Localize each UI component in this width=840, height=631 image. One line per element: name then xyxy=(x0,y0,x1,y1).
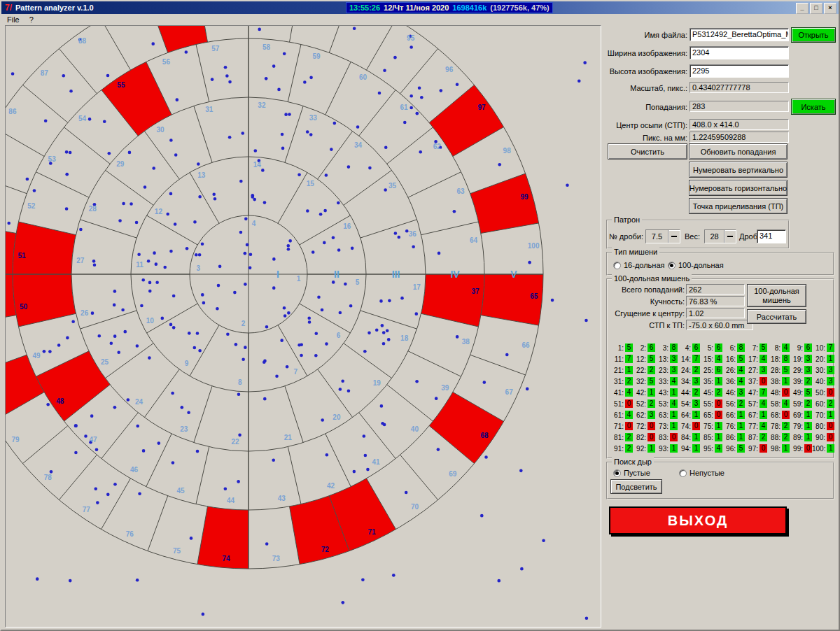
svg-text:26: 26 xyxy=(80,309,89,317)
menu-file[interactable]: File xyxy=(7,15,20,24)
radio-100-zone[interactable]: 100-дольная xyxy=(668,261,724,269)
filename-input[interactable]: P5312492_BerettaOptima_M_7p5 xyxy=(690,28,789,41)
app-window: 7/ Pattern analyzer v.1.0 13:55:26 12/Чт… xyxy=(0,0,840,631)
zone-cell-54: 54:3 xyxy=(678,399,700,408)
svg-text:58: 58 xyxy=(262,43,271,51)
zone-cell-22: 22:2 xyxy=(633,366,655,374)
svg-text:3: 3 xyxy=(197,264,201,272)
svg-text:98: 98 xyxy=(503,147,512,155)
zone-cell-88: 88:2 xyxy=(767,433,790,441)
clear-button[interactable]: Очистить xyxy=(608,143,687,159)
svg-text:64: 64 xyxy=(470,236,478,244)
zone-cell-20: 20:1 xyxy=(812,355,834,363)
accuracy-label: Кучность: xyxy=(605,297,685,306)
svg-text:68: 68 xyxy=(481,432,489,439)
svg-text:88: 88 xyxy=(78,37,87,45)
target-diagram[interactable]: 1234567891011121314151617181920212223242… xyxy=(6,26,601,626)
zone-cell-67: 67:1 xyxy=(745,411,767,419)
highlight-button[interactable]: Подсветить xyxy=(610,479,662,494)
zone-cell-36: 36:4 xyxy=(722,377,745,385)
svg-text:8: 8 xyxy=(238,378,242,386)
svg-text:36: 36 xyxy=(409,230,417,238)
zone-cell-14: 14:7 xyxy=(678,355,700,363)
radio-icon xyxy=(679,469,687,477)
zone-cell-4: 4:6 xyxy=(678,343,700,352)
empty-zone-90 xyxy=(148,26,207,52)
svg-text:43: 43 xyxy=(278,495,286,502)
svg-text:75: 75 xyxy=(173,547,181,555)
dropdown-icon[interactable] xyxy=(668,230,680,243)
zone-cell-16: 16:5 xyxy=(722,355,745,363)
svg-text:71: 71 xyxy=(368,528,377,536)
pixels-per-mm-label: Пикс. на мм: xyxy=(605,134,687,142)
zone-cell-30: 30:3 xyxy=(812,366,834,374)
minimize-button[interactable]: _ xyxy=(796,3,808,14)
hits-value: 283 xyxy=(690,101,789,112)
svg-text:96: 96 xyxy=(445,66,454,73)
svg-text:23: 23 xyxy=(180,425,188,433)
zone-cell-91: 91:2 xyxy=(610,444,633,453)
zone-cell-70: 70:1 xyxy=(812,411,834,419)
zone-cell-62: 62:3 xyxy=(633,411,655,419)
zone-cell-66: 66:1 xyxy=(722,411,745,419)
image-height-input[interactable]: 2295 xyxy=(690,64,789,78)
zone-cell-77: 77:4 xyxy=(745,422,767,430)
svg-text:19: 19 xyxy=(373,379,382,387)
pixels-per-mm-value: 1.22459509288 xyxy=(690,132,789,143)
svg-text:57: 57 xyxy=(211,45,220,52)
stp-to-tp-value: -75.0 x 60.0 mm xyxy=(686,320,753,330)
menu-bar: File ? xyxy=(1,14,839,25)
cartridge-group-title: Патрон xyxy=(612,215,642,224)
shot-number-combo[interactable]: 7.5 xyxy=(645,229,680,243)
zone-cell-12: 12:5 xyxy=(633,355,655,363)
number-horizontal-button[interactable]: Нумеровать горизонтально xyxy=(689,180,788,196)
zone-cell-41: 41:4 xyxy=(610,388,633,397)
pellets-input[interactable]: 341 xyxy=(757,229,786,243)
zone-cell-83: 83:0 xyxy=(655,433,678,441)
clock-memory-extra: (1927756k, 47%) xyxy=(490,3,549,12)
zone-cell-7: 7:5 xyxy=(745,343,767,352)
update-hits-button[interactable]: Обновить попадания xyxy=(689,143,788,159)
svg-text:95: 95 xyxy=(407,34,415,42)
svg-text:45: 45 xyxy=(176,487,185,495)
empty-zone-55 xyxy=(102,62,172,136)
radio-empty-zones[interactable]: Пустые xyxy=(613,469,650,477)
svg-text:41: 41 xyxy=(372,458,381,466)
zone-cell-23: 23:3 xyxy=(655,366,678,374)
close-button[interactable]: × xyxy=(824,3,836,14)
svg-text:60: 60 xyxy=(359,73,368,81)
exit-button[interactable]: ВЫХОД xyxy=(609,506,787,534)
search-button[interactable]: Искать xyxy=(791,99,836,115)
empty-zone-80 xyxy=(6,355,44,421)
radio-nonempty-zones[interactable]: Непустые xyxy=(679,469,724,477)
zone-cell-57: 57:4 xyxy=(745,399,767,408)
hits-label: Попадания: xyxy=(605,103,687,111)
number-vertical-button[interactable]: Нумеровать вертикально xyxy=(689,162,788,178)
zone-cell-99: 99:0 xyxy=(790,444,812,453)
hundred-target-button[interactable]: 100-дольная мишень xyxy=(747,284,806,307)
weight-combo[interactable]: 28 xyxy=(704,229,736,243)
image-width-input[interactable]: 2304 xyxy=(690,46,789,59)
aim-point-button[interactable]: Точка прицеливания (ТП) xyxy=(689,198,788,214)
maximize-button[interactable]: □ xyxy=(810,3,822,14)
menu-help[interactable]: ? xyxy=(29,15,34,24)
zone-cell-48: 48:0 xyxy=(767,388,790,397)
target-panel[interactable]: 1234567891011121314151617181920212223242… xyxy=(5,25,601,628)
zone-cell-87: 87:2 xyxy=(745,433,767,441)
zone-cell-93: 93:1 xyxy=(655,444,678,453)
zone-cell-11: 11:7 xyxy=(610,355,633,363)
open-button[interactable]: Открыть xyxy=(791,27,836,43)
zone-cell-44: 44:2 xyxy=(678,388,700,397)
zone-cell-55: 55:0 xyxy=(700,399,722,408)
zone-table-row: 61:462:363:164:165:066:167:168:069:170:1 xyxy=(610,409,836,420)
zone-cell-10: 10:7 xyxy=(812,343,834,352)
dropdown-icon[interactable] xyxy=(724,230,736,243)
empty-zone-37 xyxy=(421,274,484,327)
zone-cell-75: 75:1 xyxy=(700,422,722,430)
calculate-button[interactable]: Рассчитать xyxy=(747,309,806,324)
svg-text:59: 59 xyxy=(312,52,321,60)
hundred-zone-group-title: 100-дольная мишень xyxy=(612,274,692,283)
zone-cell-1: 1:5 xyxy=(610,343,633,352)
zone-table-row: 51:052:253:454:355:056:257:458:459:260:2 xyxy=(610,398,836,409)
radio-16-zone[interactable]: 16-дольная xyxy=(613,261,665,269)
